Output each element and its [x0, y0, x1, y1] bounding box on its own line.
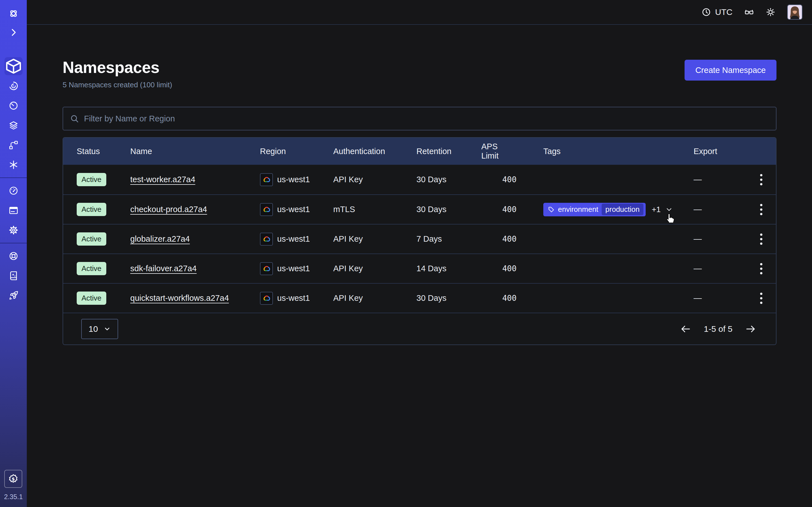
region-label: us-west1	[277, 293, 310, 303]
temporal-logo-icon[interactable]	[0, 4, 27, 23]
region-cell: us-west1	[260, 173, 333, 186]
sidebar: $ 2.35.1	[0, 0, 27, 507]
sidebar-item-deployments[interactable]	[0, 115, 27, 135]
search-icon	[70, 114, 79, 123]
col-retention: Retention	[416, 147, 481, 156]
region-cell: us-west1	[260, 233, 333, 245]
timezone-label: UTC	[715, 7, 732, 17]
name-cell: sdk-failover.a27a4	[130, 264, 260, 273]
theme-sun-icon[interactable]	[766, 7, 775, 17]
namespace-link[interactable]: test-worker.a27a4	[130, 175, 195, 184]
sidebar-expand-chevron-icon[interactable]	[0, 23, 27, 42]
tag-more-count: +1	[652, 205, 661, 214]
retention-cell: 7 Days	[416, 234, 481, 244]
name-cell: test-worker.a27a4	[130, 175, 260, 184]
pagination: 1-5 of 5	[680, 323, 756, 335]
aps-limit-cell: 400	[481, 205, 516, 214]
next-page-arrow-icon[interactable]	[745, 323, 756, 335]
retention-cell: 30 Days	[416, 175, 481, 184]
col-status: Status	[77, 147, 130, 156]
namespace-link[interactable]: sdk-failover.a27a4	[130, 264, 197, 273]
sidebar-item-batch-operations[interactable]	[0, 155, 27, 175]
col-export: Export	[694, 147, 752, 156]
status-cell: Active	[77, 291, 130, 305]
actions-cell	[752, 291, 770, 305]
status-badge: Active	[77, 232, 106, 245]
page-size-value: 10	[89, 324, 98, 334]
region-label: us-west1	[277, 175, 310, 184]
namespace-link[interactable]: globalizer.a27a4	[130, 234, 190, 244]
col-name: Name	[130, 147, 260, 156]
region-label: us-west1	[277, 264, 310, 273]
row-menu-button[interactable]	[757, 262, 765, 276]
timezone-selector[interactable]: UTC	[702, 7, 732, 17]
row-menu-button[interactable]	[757, 202, 765, 217]
sidebar-item-schedules[interactable]	[0, 96, 27, 115]
sidebar-item-getting-started[interactable]	[0, 286, 27, 305]
sidebar-item-usage[interactable]	[0, 181, 27, 201]
tag-badge[interactable]: environment production	[543, 203, 646, 216]
sidebar-item-namespaces[interactable]	[4, 57, 22, 75]
row-menu-button[interactable]	[757, 232, 765, 246]
authentication-cell: mTLS	[333, 205, 416, 214]
region-cell: us-west1	[260, 292, 333, 305]
table-header-row: Status Name Region Authentication Retent…	[63, 138, 776, 165]
status-badge: Active	[77, 291, 106, 305]
retention-cell: 30 Days	[416, 205, 481, 214]
authentication-cell: API Key	[333, 293, 416, 303]
status-badge: Active	[77, 203, 106, 216]
actions-cell	[752, 232, 770, 246]
sidebar-divider	[0, 177, 27, 178]
sidebar-item-docs[interactable]	[0, 266, 27, 286]
col-authentication: Authentication	[333, 147, 416, 156]
main-content: Namespaces 5 Namespaces created (100 lim…	[27, 25, 812, 345]
status-cell: Active	[77, 262, 130, 275]
create-namespace-button[interactable]: Create Namespace	[684, 60, 776, 80]
mouse-cursor	[663, 212, 677, 225]
sidebar-item-billing[interactable]	[0, 201, 27, 220]
gcp-cloud-icon	[260, 292, 273, 305]
labs-glasses-icon[interactable]	[744, 7, 754, 17]
tag-key: environment	[558, 205, 598, 214]
status-badge: Active	[77, 262, 106, 275]
col-region: Region	[260, 147, 333, 156]
aps-limit-cell: 400	[481, 175, 516, 184]
status-cell: Active	[77, 232, 130, 245]
sidebar-item-workflows[interactable]	[0, 76, 27, 96]
filter-input[interactable]	[84, 114, 769, 123]
export-cell: —	[694, 175, 752, 184]
status-cell: Active	[77, 173, 130, 186]
sidebar-divider	[0, 243, 27, 243]
svg-text:$: $	[12, 476, 15, 482]
row-menu-button[interactable]	[757, 291, 765, 305]
gcp-cloud-icon	[260, 262, 273, 275]
namespace-count-subtitle: 5 Namespaces created (100 limit)	[63, 80, 172, 89]
name-cell: checkout-prod.a27a4	[130, 205, 260, 214]
gcp-cloud-icon	[260, 233, 273, 245]
previous-page-arrow-icon[interactable]	[680, 323, 691, 335]
namespaces-table: Status Name Region Authentication Retent…	[63, 137, 776, 345]
namespace-link[interactable]: checkout-prod.a27a4	[130, 205, 207, 214]
name-cell: quickstart-workflows.a27a4	[130, 293, 260, 303]
region-label: us-west1	[277, 205, 310, 214]
row-menu-button[interactable]	[757, 172, 765, 187]
sidebar-item-nexus[interactable]	[0, 135, 27, 155]
table-row: Active quickstart-workflows.a27a4 us-wes…	[63, 283, 776, 313]
retention-cell: 14 Days	[416, 264, 481, 273]
table-footer: 10 1-5 of 5	[63, 313, 776, 344]
gcp-cloud-icon	[260, 173, 273, 186]
export-cell: —	[694, 205, 752, 214]
authentication-cell: API Key	[333, 234, 416, 244]
page-size-select[interactable]: 10	[81, 319, 118, 339]
sidebar-item-settings[interactable]	[0, 220, 27, 240]
plan-dollar-badge-icon[interactable]: $	[4, 470, 22, 488]
col-aps-limit: APS Limit	[481, 142, 516, 161]
region-cell: us-west1	[260, 203, 333, 216]
namespace-link[interactable]: quickstart-workflows.a27a4	[130, 293, 229, 303]
name-cell: globalizer.a27a4	[130, 234, 260, 244]
user-avatar[interactable]	[787, 4, 802, 20]
export-cell: —	[694, 293, 752, 303]
region-cell: us-west1	[260, 262, 333, 275]
sidebar-item-support[interactable]	[0, 246, 27, 266]
retention-cell: 30 Days	[416, 293, 481, 303]
